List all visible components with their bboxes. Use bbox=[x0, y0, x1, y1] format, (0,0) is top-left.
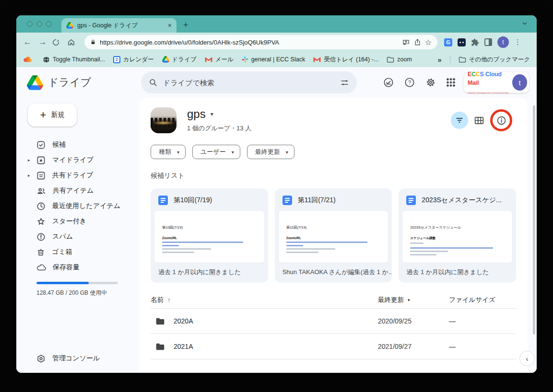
file-modified: 2020/09/25 bbox=[378, 317, 449, 325]
file-size: — bbox=[449, 343, 516, 350]
minimize-window-button[interactable] bbox=[36, 21, 42, 27]
bookmark-item[interactable]: general | ECC Slack bbox=[242, 56, 305, 63]
search-bar[interactable] bbox=[141, 71, 357, 93]
drive-header: ドライブ ? ECCS Cloud Mail Information Techn… bbox=[16, 67, 537, 98]
chip-modified[interactable]: 最終更新▾ bbox=[247, 145, 294, 159]
bookmark-item[interactable]: 2 カレンダー bbox=[113, 56, 154, 64]
sidebar-item-shared-with-me[interactable]: 共有アイテム bbox=[24, 183, 139, 198]
chip-type[interactable]: 種類▾ bbox=[151, 145, 186, 159]
other-bookmarks[interactable]: その他のブックマーク bbox=[459, 56, 530, 64]
table-row[interactable]: 2021A 2021/09/27 — bbox=[151, 334, 516, 359]
reload-icon[interactable] bbox=[52, 38, 64, 46]
sort-ascending-icon[interactable]: ↑ bbox=[167, 296, 171, 303]
sidebar-item-admin-console[interactable]: 管理コンソール bbox=[24, 350, 139, 367]
filter-toggle-button[interactable] bbox=[451, 112, 468, 129]
url-text[interactable]: https://drive.google.com/drive/u/0/folde… bbox=[100, 39, 398, 46]
column-size[interactable]: ファイルサイズ bbox=[449, 296, 516, 304]
group-title[interactable]: gps bbox=[187, 107, 206, 121]
translate-extension-icon[interactable]: G bbox=[444, 38, 452, 46]
share-icon[interactable] bbox=[414, 38, 421, 46]
scrollbar-thumb[interactable] bbox=[533, 105, 535, 334]
shared-drive-icon bbox=[36, 171, 46, 180]
browser-tab[interactable]: gps - Google ドライブ × bbox=[61, 18, 176, 33]
file-table: 名前↑ 最終更新▾ ファイルサイズ 2020A 2020/09/25 — 202… bbox=[151, 291, 516, 359]
sidebar-item-starred[interactable]: スター付き bbox=[24, 214, 139, 229]
table-row[interactable]: 2020A 2020/09/25 — bbox=[151, 309, 516, 334]
search-icon[interactable] bbox=[149, 78, 157, 87]
browser-menu-icon[interactable]: ⋮ bbox=[514, 38, 521, 46]
bookmark-item[interactable]: 受信トレイ (164) -... bbox=[313, 56, 378, 64]
column-modified[interactable]: 最終更新 bbox=[378, 296, 404, 304]
side-panel-icon[interactable] bbox=[484, 38, 492, 46]
forward-icon[interactable]: → bbox=[36, 37, 49, 47]
card-title: 2023Sセメスタースケジ... bbox=[422, 196, 501, 205]
offline-status-icon[interactable] bbox=[383, 77, 394, 88]
sort-descending-icon[interactable]: ▾ bbox=[408, 298, 410, 302]
install-app-icon[interactable] bbox=[402, 39, 410, 46]
bookmark-star-icon[interactable]: ☆ bbox=[425, 38, 432, 47]
sidebar-item-trash[interactable]: ゴミ箱 bbox=[24, 244, 139, 260]
bookmark-item[interactable]: zoom bbox=[387, 56, 412, 63]
globe-icon bbox=[43, 56, 50, 63]
tab-search-chevron-icon[interactable] bbox=[521, 20, 528, 27]
back-icon[interactable]: ← bbox=[21, 37, 34, 47]
extensions-puzzle-icon[interactable] bbox=[471, 38, 479, 46]
group-meta: 1 個のグループ・13 人 bbox=[187, 124, 251, 133]
account-avatar[interactable]: t bbox=[512, 74, 527, 91]
suggestion-card[interactable]: 第11回(7/21) 第11回(7/19) ZoomURL Shun TAKAO… bbox=[275, 188, 392, 283]
bookmark-item[interactable]: メール bbox=[205, 56, 234, 64]
suggestion-card[interactable]: 第10回(7/19) 第10回(7/19) ZoomURL 過去 1 か月以内に… bbox=[151, 188, 268, 283]
sidebar-item-spam[interactable]: スパム bbox=[24, 229, 139, 244]
password-extension-icon[interactable] bbox=[458, 38, 466, 46]
bookmark-item[interactable] bbox=[23, 57, 35, 62]
my-drive-icon bbox=[36, 156, 46, 165]
file-size: — bbox=[449, 317, 516, 325]
account-chip[interactable]: ECCS Cloud Mail Information Technology C… bbox=[464, 72, 529, 93]
chip-people[interactable]: ユーザー▾ bbox=[192, 145, 240, 159]
sidebar-item-my-drive[interactable]: ▸ マイドライブ bbox=[24, 152, 139, 168]
search-input[interactable] bbox=[163, 79, 334, 87]
sidebar-item-shared-drives[interactable]: ▸ 共有ドライブ bbox=[24, 168, 139, 183]
eccs-brand: ECCS Cloud Mail Information Technology C… bbox=[468, 69, 509, 95]
bookmarks-overflow-icon[interactable]: » bbox=[437, 56, 441, 64]
sidebar-item-recent[interactable]: 最近使用したアイテム bbox=[24, 198, 139, 214]
filter-chips: 種類▾ ユーザー▾ 最終更新▾ bbox=[151, 145, 516, 159]
annotation-red-circle bbox=[490, 109, 512, 131]
lock-icon[interactable] bbox=[90, 39, 96, 46]
apps-grid-icon[interactable] bbox=[447, 78, 455, 87]
grid-view-icon[interactable] bbox=[474, 116, 484, 125]
group-avatar[interactable] bbox=[151, 107, 176, 133]
group-dropdown-icon[interactable]: ▾ bbox=[211, 111, 213, 117]
file-name: 2020A bbox=[174, 317, 193, 325]
suggestion-card[interactable]: 2023Sセメスタースケジ... 2023Sセメスタースケジュール スケジュール… bbox=[399, 188, 516, 283]
browser-profile-avatar[interactable]: t bbox=[497, 36, 509, 48]
info-button[interactable] bbox=[490, 109, 512, 131]
new-button[interactable]: + 新規 bbox=[28, 104, 77, 127]
admin-console-icon bbox=[36, 354, 46, 363]
new-tab-button[interactable]: + bbox=[183, 20, 188, 30]
docs-icon bbox=[282, 196, 292, 205]
address-bar[interactable]: https://drive.google.com/drive/u/0/folde… bbox=[84, 35, 437, 49]
column-name[interactable]: 名前 bbox=[151, 296, 164, 304]
folder-icon bbox=[387, 57, 394, 63]
home-icon[interactable] bbox=[67, 38, 80, 46]
bookmark-item[interactable]: ドライブ bbox=[162, 56, 197, 64]
sidebar-item-suggestions[interactable]: 候補 bbox=[24, 137, 139, 152]
close-window-button[interactable] bbox=[27, 21, 33, 27]
drive-body: + 新規 候補 ▸ マイドライブ ▸ bbox=[16, 98, 537, 373]
settings-gear-icon[interactable] bbox=[425, 77, 436, 88]
expand-caret-icon[interactable]: ▸ bbox=[28, 173, 30, 178]
expand-caret-icon[interactable]: ▸ bbox=[28, 158, 30, 162]
bookmark-item[interactable]: Toggle Thumbnail... bbox=[43, 56, 105, 63]
help-icon[interactable]: ? bbox=[404, 77, 415, 88]
spam-icon bbox=[36, 232, 46, 242]
sidebar-item-storage[interactable]: 保存容量 bbox=[24, 260, 139, 275]
search-options-icon[interactable] bbox=[340, 78, 349, 87]
docs-icon bbox=[158, 196, 168, 205]
traffic-lights[interactable] bbox=[27, 21, 52, 27]
side-panel-opener-button[interactable]: ‹ bbox=[519, 351, 535, 366]
zoom-window-button[interactable] bbox=[46, 21, 52, 27]
drive-logo[interactable]: ドライブ bbox=[27, 75, 137, 90]
file-modified: 2021/09/27 bbox=[378, 343, 449, 350]
tab-close-icon[interactable]: × bbox=[168, 22, 172, 29]
